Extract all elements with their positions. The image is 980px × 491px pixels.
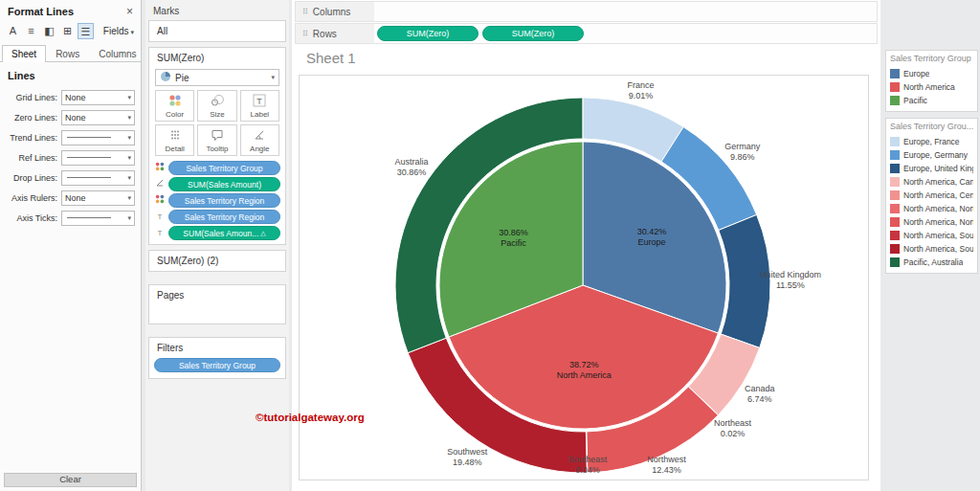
tooltip-button[interactable]: Tooltip bbox=[197, 124, 236, 156]
label-button[interactable]: TLabel bbox=[240, 90, 279, 122]
chevron-down-icon: ▾ bbox=[127, 134, 131, 142]
pill-label: Sales Territory Group bbox=[179, 361, 256, 370]
marks-card-sum-zero-2-header[interactable]: SUM(Zero) (2) bbox=[149, 251, 285, 271]
button-label: Tooltip bbox=[206, 145, 228, 153]
legend-item-north-america-nort[interactable]: North America, Nort... bbox=[890, 215, 973, 229]
columns-shelf-label: Columns bbox=[313, 7, 350, 17]
marks-pill-sales-territory-group[interactable]: Sales Territory Group bbox=[168, 161, 280, 175]
rows-shelf-label: Rows bbox=[313, 29, 337, 39]
format-panel-header: Format Lines × bbox=[0, 0, 141, 21]
legend-item-label: Europe, France bbox=[903, 137, 960, 146]
borders-icon[interactable]: ⊞ bbox=[59, 23, 76, 39]
legend-item-europe-germany[interactable]: Europe, Germany bbox=[890, 148, 973, 162]
marks-card-sum-zero-2[interactable]: SUM(Zero) (2) bbox=[148, 250, 286, 272]
legend-item-europe-united-kingd[interactable]: Europe, United Kingd... bbox=[890, 162, 973, 175]
dropdown-axis-ticks[interactable]: ▾ bbox=[61, 211, 135, 226]
dropdown-trend-lines[interactable]: ▾ bbox=[61, 130, 135, 145]
tooltip-icon bbox=[211, 128, 224, 144]
detail-button[interactable]: Detail bbox=[155, 124, 194, 156]
button-label: Color bbox=[166, 110, 184, 119]
legend-item-north-america-sout[interactable]: North America, Sout... bbox=[890, 242, 973, 256]
pill-label: SUM(Sales Amoun... bbox=[183, 229, 258, 238]
marks-card-sum-zero-header[interactable]: SUM(Zero) bbox=[149, 48, 285, 68]
dropdown-grid-lines[interactable]: None▾ bbox=[61, 90, 135, 105]
chart-label: Northeast0.02% bbox=[714, 418, 752, 438]
chevron-down-icon: ▾ bbox=[127, 94, 131, 101]
legend-item-north-america-nort[interactable]: North America, Nort... bbox=[890, 202, 973, 215]
shading-icon[interactable]: ◧ bbox=[41, 23, 57, 39]
filter-pill-sales-territory-group[interactable]: Sales Territory Group bbox=[154, 358, 280, 372]
pill-warning-icon: △ bbox=[260, 230, 265, 237]
format-row-axis-ticks: Axis Ticks:▾ bbox=[0, 208, 141, 228]
legend-swatch bbox=[890, 82, 900, 92]
mark-type-dropdown[interactable]: Pie ▾ bbox=[155, 69, 279, 86]
size-button[interactable]: Size bbox=[197, 90, 236, 122]
mark-type-value: Pie bbox=[175, 73, 189, 83]
chart-label: Northwest12.43% bbox=[647, 455, 686, 475]
clear-button[interactable]: Clear bbox=[4, 473, 137, 487]
chart-label: 30.86%Pacific bbox=[499, 228, 528, 248]
legend-item-north-america[interactable]: North America bbox=[890, 80, 973, 94]
legend-swatch bbox=[890, 204, 900, 213]
marks-pill-sales-territory-region[interactable]: Sales Territory Region bbox=[168, 210, 280, 224]
marks-pill-sum-sales-amount[interactable]: SUM(Sales Amount) bbox=[168, 177, 280, 191]
legend-item-north-america-cana[interactable]: North America, Cana... bbox=[890, 175, 973, 189]
lines-icon[interactable]: ☰ bbox=[78, 23, 94, 39]
marks-pill-sales-territory-region[interactable]: Sales Territory Region bbox=[168, 193, 280, 208]
legend-swatch bbox=[890, 150, 900, 160]
format-lines-panel: Format Lines × A ≡ ◧ ⊞ ☰ Fields SheetRow… bbox=[0, 0, 142, 491]
pages-card[interactable]: Pages bbox=[148, 284, 286, 324]
lines-section-title: Lines bbox=[0, 62, 141, 87]
format-row-label: Axis Rulers: bbox=[0, 193, 57, 203]
marks-card-all-header[interactable]: All bbox=[149, 21, 285, 41]
format-row-trend-lines: Trend Lines:▾ bbox=[0, 127, 141, 147]
dropdown-ref-lines[interactable]: ▾ bbox=[61, 150, 135, 166]
rows-shelf-drop[interactable]: SUM(Zero)SUM(Zero) bbox=[374, 26, 877, 41]
legend-item-pacific[interactable]: Pacific bbox=[890, 94, 973, 107]
main-view: ⠿ Columns ⠿ Rows SUM(Zero)SUM(Zero) Shee… bbox=[292, 0, 880, 491]
format-tab-sheet[interactable]: Sheet bbox=[2, 45, 46, 62]
fields-dropdown[interactable]: Fields bbox=[103, 26, 136, 36]
dropdown-value bbox=[67, 177, 111, 178]
legend-item-north-america-sout[interactable]: North America, Sout... bbox=[890, 229, 973, 242]
pill-label: Sales Territory Group bbox=[186, 164, 262, 173]
color-button[interactable]: Color bbox=[155, 90, 194, 122]
dropdown-drop-lines[interactable]: ▾ bbox=[61, 170, 135, 186]
dropdown-axis-rulers[interactable]: None▾ bbox=[61, 190, 135, 206]
legend-item-north-america-cent[interactable]: North America, Cent... bbox=[890, 189, 973, 202]
format-row-ref-lines: Ref Lines:▾ bbox=[0, 147, 141, 167]
format-row-label: Zero Lines: bbox=[0, 113, 57, 123]
close-icon[interactable]: × bbox=[126, 5, 133, 18]
watermark: ©tutorialgateway.org bbox=[256, 412, 365, 423]
legend-swatch bbox=[890, 137, 900, 146]
pie-chart: 30.42%Europe38.72%North America30.86%Pac… bbox=[300, 76, 870, 481]
rows-shelf-pill-sum-zero[interactable]: SUM(Zero) bbox=[377, 26, 479, 41]
legend-title: Sales Territory Grou... bbox=[890, 122, 973, 131]
format-row-zero-lines: Zero Lines:None▾ bbox=[0, 107, 141, 127]
legend-item-europe-france[interactable]: Europe, France bbox=[890, 135, 973, 148]
size-icon bbox=[211, 94, 224, 109]
dropdown-zero-lines[interactable]: None▾ bbox=[61, 110, 135, 125]
button-label: Angle bbox=[250, 145, 269, 153]
sheet-title: Sheet 1 bbox=[306, 50, 356, 66]
color-role-icon bbox=[154, 162, 166, 174]
columns-shelf[interactable]: ⠿ Columns bbox=[295, 1, 878, 22]
angle-button[interactable]: Angle bbox=[240, 124, 279, 156]
marks-pill-sum-sales-amoun[interactable]: SUM(Sales Amoun...△ bbox=[168, 226, 280, 240]
format-row-axis-rulers: Axis Rulers:None▾ bbox=[0, 188, 141, 208]
pages-label: Pages bbox=[149, 285, 285, 305]
rows-shelf-pill-sum-zero[interactable]: SUM(Zero) bbox=[482, 26, 584, 41]
alignment-icon[interactable]: ≡ bbox=[23, 23, 39, 39]
legend-swatch bbox=[890, 69, 900, 78]
dropdown-value: None bbox=[65, 93, 86, 102]
marks-pill-row: Sales Territory Region bbox=[154, 193, 280, 208]
filters-card[interactable]: Filters Sales Territory Group bbox=[148, 337, 286, 379]
legend-item-pacific-australia[interactable]: Pacific, Australia bbox=[890, 256, 973, 269]
format-tab-columns[interactable]: Columns bbox=[89, 45, 145, 62]
svg-text:T: T bbox=[257, 96, 263, 105]
format-tab-rows[interactable]: Rows bbox=[46, 45, 89, 62]
rows-shelf[interactable]: ⠿ Rows SUM(Zero)SUM(Zero) bbox=[295, 23, 878, 44]
legend-item-europe[interactable]: Europe bbox=[890, 67, 973, 80]
font-icon[interactable]: A bbox=[5, 23, 21, 39]
marks-card-all[interactable]: All bbox=[148, 20, 286, 42]
